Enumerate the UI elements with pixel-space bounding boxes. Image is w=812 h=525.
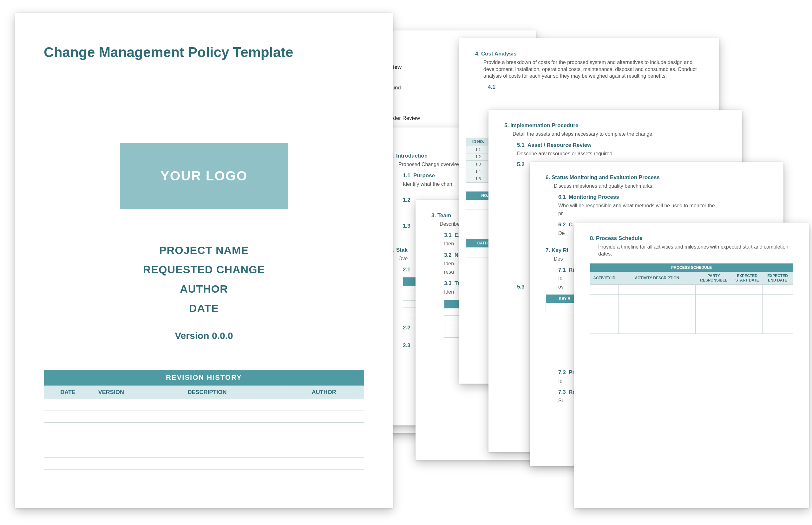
impl-s51-title: Asset / Resource Review: [528, 142, 591, 148]
table-row: [590, 285, 793, 295]
cost-id-head: ID NO.: [466, 138, 491, 146]
rev-col: DATE: [44, 386, 92, 399]
team-h3-num: 3.: [431, 212, 436, 219]
cover-requested-change: REQUESTED CHANGE: [44, 264, 364, 276]
table-row: [590, 304, 793, 314]
status-h7-num: 7.: [546, 247, 550, 253]
team-h3-title: Team: [438, 212, 451, 219]
page-schedule: 8. Process Schedule Provide a timeline f…: [574, 223, 809, 508]
sched-h8-title: Process Schedule: [596, 235, 642, 241]
status-s71-title: Ri: [569, 267, 574, 273]
intro-s22-num: 2.2: [403, 325, 411, 331]
intro-h1-title: Introduction: [396, 153, 428, 159]
rev-col: AUTHOR: [284, 386, 364, 399]
cost-s41-num: 4.1: [488, 84, 496, 90]
cost-h4-num: 4.: [475, 51, 479, 57]
impl-h5-title: Implementation Procedure: [510, 122, 578, 129]
table-row: [44, 434, 364, 446]
rev-col: VERSION: [92, 386, 130, 399]
doc-title: Change Management Policy Template: [44, 44, 364, 60]
impl-s53-num: 5.3: [517, 284, 525, 290]
team-s32-num: 3.2: [444, 252, 452, 258]
status-s72-num: 7.2: [558, 369, 566, 375]
table-row: [44, 399, 364, 411]
team-s31-num: 3.1: [444, 232, 452, 238]
cover-date: DATE: [44, 302, 364, 315]
table-row: [44, 423, 364, 434]
status-h6-title: Status Monitoring and Evaluation Process: [551, 174, 660, 180]
status-s61-desc1: Who will be responsible and what methods…: [558, 202, 768, 209]
intro-s23-num: 2.3: [403, 342, 411, 348]
impl-s51-num: 5.1: [517, 142, 525, 148]
cover-version: Version 0.0.0: [44, 330, 364, 341]
cost-h4-desc: Provide a breakdown of costs for the pro…: [483, 59, 704, 79]
sched-col: PARTY RESPONSIBLE: [696, 272, 732, 285]
sched-h8-num: 8.: [590, 235, 594, 241]
page-cover: Change Management Policy Template YOUR L…: [15, 13, 393, 508]
intro-s11-num: 1.1: [403, 172, 411, 179]
status-s61-num: 6.1: [558, 194, 566, 200]
cover-project-name: PROJECT NAME: [44, 244, 364, 256]
status-h6-desc: Discuss milestones and quality benchmark…: [554, 183, 768, 190]
table-row: [590, 314, 793, 324]
cover-author: AUTHOR: [44, 283, 364, 295]
table-row: [44, 446, 364, 458]
impl-s51-desc: Describe anv resources or assets require…: [517, 150, 726, 157]
sched-h8-desc: Provide a timeline for all activities an…: [598, 243, 788, 257]
table-row: [590, 295, 793, 304]
status-s62-num: 6.2: [558, 222, 566, 228]
table-row: [44, 458, 364, 469]
intro-h2-title: Stak: [396, 247, 408, 253]
status-s72-title: Pr: [569, 369, 574, 375]
status-s73-num: 7.3: [558, 389, 566, 395]
sched-col: EXPECTED END DATE: [763, 272, 793, 285]
logo-placeholder: YOUR LOGO: [120, 142, 288, 209]
cost-h4-title: Cost Analysis: [481, 51, 517, 57]
intro-s12-num: 1.2: [403, 197, 411, 203]
rev-title: REVISION HISTORY: [44, 370, 364, 386]
impl-h5-num: 5.: [504, 122, 509, 129]
impl-h5-desc: Detail the assets and steps necessary to…: [513, 131, 726, 138]
sched-col: ACTIVITY ID: [590, 272, 619, 285]
sched-col: EXPECTED START DATE: [732, 272, 763, 285]
status-s61-desc2: pr: [558, 210, 768, 217]
intro-s13-num: 1.3: [403, 223, 411, 229]
revision-history-table: REVISION HISTORY DATEVERSIONDESCRIPTIONA…: [44, 370, 364, 469]
intro-s21-num: 2.1: [403, 267, 411, 273]
impl-s52-num: 5.2: [517, 161, 525, 167]
status-s61-title: Monitoring Process: [569, 194, 619, 200]
table-row: [590, 324, 793, 334]
sched-col: ACTIVITY DESCRIPTION: [619, 272, 696, 285]
rev-col: DESCRIPTION: [130, 386, 284, 399]
status-h7-title: Key Ri: [551, 247, 569, 253]
schedule-table-title: PROCESS SCHEDULE: [590, 264, 793, 272]
intro-s11-title: Purpose: [413, 172, 435, 179]
status-h6-num: 6.: [546, 174, 550, 180]
schedule-table: PROCESS SCHEDULE ACTIVITY IDACTIVITY DES…: [590, 264, 793, 334]
table-row: [44, 411, 364, 423]
status-s71-num: 7.1: [558, 267, 566, 273]
team-s33-num: 3.3: [444, 280, 452, 286]
status-s62-title: C: [569, 222, 573, 228]
